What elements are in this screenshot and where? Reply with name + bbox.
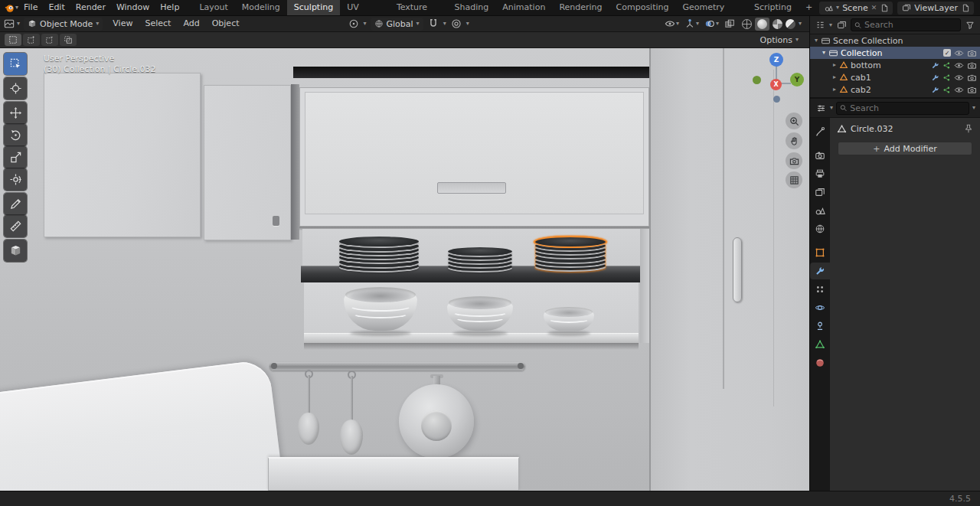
spatula-2[interactable] (338, 371, 366, 456)
shading-solid-icon[interactable] (757, 19, 767, 29)
outliner-row-cab2[interactable]: ▸ cab2 (810, 83, 980, 96)
outliner-search[interactable] (851, 18, 961, 31)
gizmo-z-axis[interactable]: Z (769, 53, 783, 67)
workspace-tab-compositing[interactable]: Compositing (609, 0, 676, 15)
blender-logo-icon[interactable] (3, 2, 15, 14)
render-camera-icon[interactable] (966, 60, 977, 70)
bowl-stack-small[interactable] (544, 307, 594, 333)
select-mode-set-icon[interactable] (5, 34, 21, 46)
tab-object-data[interactable] (811, 336, 829, 353)
outliner-editor-chevron-icon[interactable]: ▾ (829, 22, 832, 28)
menu-edit[interactable]: Edit (43, 0, 70, 15)
render-camera-icon[interactable] (966, 72, 977, 83)
viewlayer-selector[interactable]: ViewLayer (897, 2, 974, 15)
tool-scale-button[interactable] (4, 146, 27, 168)
tool-measure-button[interactable] (4, 215, 27, 237)
tab-modifiers[interactable] (810, 263, 830, 279)
tab-particles[interactable] (811, 281, 829, 298)
collection-checkbox[interactable]: ✓ (943, 49, 951, 57)
tab-world[interactable] (811, 220, 829, 237)
outliner-row-bottom[interactable]: ▸ bottom (810, 59, 980, 71)
options-dropdown[interactable]: Options ▾ (760, 35, 805, 45)
chevron-down-icon[interactable]: ▾ (822, 50, 825, 56)
render-camera-icon[interactable] (966, 47, 977, 58)
properties-editor-chevron-icon[interactable]: ▾ (830, 105, 833, 111)
outliner-row-cab1[interactable]: ▸ cab1 (810, 71, 980, 83)
outliner-row-collection[interactable]: ▾ Collection ✓ (810, 47, 980, 59)
add-modifier-button[interactable]: + Add Modifier (838, 142, 972, 155)
tab-material[interactable] (811, 354, 829, 371)
shading-wireframe-icon[interactable] (742, 19, 752, 29)
counter-appliance[interactable] (0, 359, 291, 491)
outliner-search-input[interactable] (864, 20, 957, 30)
perspective-toggle-button[interactable] (786, 171, 802, 188)
spatula-1[interactable] (296, 370, 323, 446)
gizmos-chevron-icon[interactable]: ▾ (696, 21, 699, 27)
scene-browse-chevron-icon[interactable]: ▾ (836, 5, 839, 11)
bowl-stack-large[interactable] (344, 287, 417, 333)
snap-magnet-icon[interactable] (427, 18, 439, 30)
hide-eye-icon[interactable] (953, 60, 964, 70)
hide-eye-icon[interactable] (953, 47, 964, 58)
tab-render[interactable] (811, 147, 829, 164)
tab-constraints[interactable] (811, 318, 829, 335)
workspace-tab-uv-editing[interactable]: UV Editing (340, 0, 390, 15)
properties-editor-icon[interactable] (815, 102, 827, 114)
shading-rendered-icon[interactable] (786, 19, 795, 29)
gizmos-icon[interactable] (684, 18, 696, 30)
tab-scene[interactable] (811, 202, 829, 219)
outliner-display-mode-icon[interactable] (835, 19, 848, 31)
hide-eye-icon[interactable] (953, 72, 964, 83)
filter-icon[interactable] (964, 19, 976, 31)
tab-tool[interactable] (811, 123, 829, 140)
navigation-gizmo[interactable]: Z Y X (750, 53, 804, 106)
plate-stack-selected[interactable] (535, 233, 606, 270)
scene-selector[interactable]: ▾ Scene ✕ (819, 2, 893, 15)
cabinet-center-upper[interactable] (299, 87, 649, 227)
chevron-right-icon[interactable]: ▸ (833, 87, 836, 93)
tool-cursor-button[interactable] (4, 77, 27, 100)
pan-hand-button[interactable] (786, 132, 802, 149)
tab-physics[interactable] (811, 299, 829, 316)
gizmo-x-axis[interactable]: X (770, 79, 782, 90)
tab-object[interactable] (811, 244, 829, 261)
overlays-chevron-icon[interactable]: ▾ (716, 21, 719, 27)
new-scene-icon[interactable] (880, 3, 889, 12)
chevron-right-icon[interactable]: ▸ (833, 62, 836, 68)
tool-transform-button[interactable] (4, 168, 27, 191)
cabinet-left-1[interactable] (44, 73, 201, 237)
gizmo-neg-z-axis[interactable] (773, 96, 780, 103)
select-mode-intersect-icon[interactable] (60, 34, 77, 46)
menu-add[interactable]: Add (178, 16, 204, 31)
tool-annotate-button[interactable] (4, 193, 27, 215)
menu-select[interactable]: Select (139, 16, 176, 31)
gizmo-neg-y-axis[interactable] (753, 76, 761, 84)
editor-type-chevron-icon[interactable]: ▾ (17, 21, 20, 27)
menu-window[interactable]: Window (111, 0, 155, 15)
unlink-scene-icon[interactable]: ✕ (871, 4, 877, 11)
visibility-chevron-icon[interactable]: ▾ (676, 21, 679, 27)
new-viewlayer-icon[interactable] (961, 3, 970, 12)
properties-options-chevron-icon[interactable]: ▾ (972, 105, 975, 111)
breadcrumb-object-name[interactable]: Circle.032 (851, 124, 893, 134)
pivot-point-icon[interactable] (348, 18, 360, 30)
properties-search[interactable] (836, 102, 969, 115)
menu-view[interactable]: View (107, 16, 138, 31)
workspace-tab-animation[interactable]: Animation (495, 0, 552, 15)
proportional-chevron-icon[interactable]: ▾ (466, 21, 469, 27)
cabinet-left-2[interactable] (204, 85, 291, 240)
pin-icon[interactable] (963, 123, 974, 134)
select-mode-subtract-icon[interactable] (41, 34, 58, 46)
visibility-eye-icon[interactable] (664, 18, 676, 30)
tool-select-box-button[interactable] (4, 53, 27, 75)
workspace-tab-layout[interactable]: Layout (192, 0, 234, 15)
zoom-button[interactable] (786, 113, 802, 129)
orientation-dropdown[interactable]: Global ▾ (371, 18, 423, 31)
gizmo-y-axis[interactable]: Y (790, 73, 804, 87)
bowl-stack-medium[interactable] (447, 296, 513, 333)
tab-view-layer[interactable] (811, 184, 829, 201)
menu-file[interactable]: File (18, 0, 43, 15)
cabinet-right-tall[interactable] (649, 48, 809, 491)
chevron-right-icon[interactable]: ▸ (833, 74, 836, 80)
select-mode-extend-icon[interactable] (23, 34, 40, 46)
